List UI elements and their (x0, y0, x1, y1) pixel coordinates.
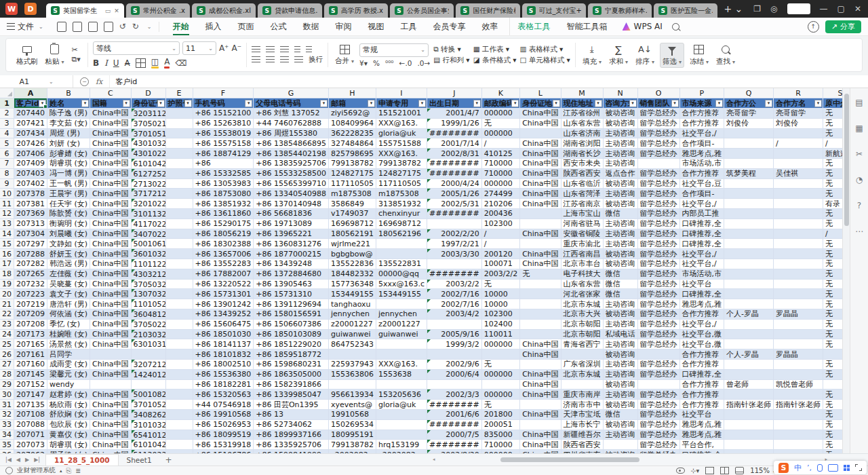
cell[interactable]: 内部员工推 (679, 209, 724, 219)
cell[interactable]: 2002/7/16 (427, 299, 482, 309)
cell[interactable]: XXX@163. (376, 149, 427, 159)
cell[interactable]: hrq153199 (376, 440, 427, 450)
header-cell[interactable]: 出生日期▾ (427, 98, 482, 109)
cell[interactable]: 被动咨询 (603, 259, 637, 269)
cell[interactable]: 罗晶晶 (774, 349, 823, 360)
cell[interactable]: 710000 (481, 159, 519, 169)
filter-button[interactable]: ▾ (511, 100, 519, 107)
cell[interactable]: 山东省东营 (561, 279, 603, 289)
cell[interactable]: +86 1850103089 (254, 329, 329, 339)
row-header[interactable]: 26 (0, 349, 14, 360)
cell[interactable] (774, 440, 823, 450)
cell[interactable]: 舒妍玉 (女) (47, 249, 90, 259)
cell[interactable]: 630103199903020823 (131, 339, 165, 349)
cell[interactable]: 207223 (14, 289, 47, 299)
cell[interactable]: 825798695 (328, 149, 376, 159)
cell[interactable]: 207313 (14, 218, 47, 229)
column-header[interactable]: M (561, 88, 603, 98)
cell[interactable]: 无 (823, 178, 842, 189)
cell[interactable]: China中国 (520, 199, 561, 209)
cell[interactable]: 201800 (481, 410, 519, 420)
close-tab-icon[interactable]: ✕ (114, 7, 119, 14)
cell[interactable]: 180562196 (376, 229, 427, 239)
filter-button[interactable]: 筛选▾ (660, 43, 684, 68)
cell[interactable]: 被动咨询 (603, 400, 637, 410)
cell[interactable]: 无 (481, 360, 519, 370)
row-header[interactable]: 25 (0, 339, 14, 349)
file-tab[interactable]: S公务员国企事业单位 (390, 3, 454, 18)
cell[interactable]: jennychen (328, 309, 376, 320)
cell[interactable] (165, 209, 193, 219)
cell[interactable] (774, 430, 823, 440)
column-header[interactable]: S (823, 88, 842, 98)
cell[interactable] (724, 178, 774, 189)
cell[interactable]: +44 7460762888 (254, 118, 329, 128)
cell[interactable]: 2002/5/31 (427, 199, 482, 209)
cell[interactable]: XXX@163. (376, 118, 427, 128)
cell[interactable] (427, 349, 482, 360)
cell[interactable] (165, 218, 193, 229)
row-header[interactable]: 30 (0, 390, 14, 400)
row-header[interactable]: 12 (0, 209, 14, 219)
copy-doc-icon[interactable] (104, 22, 113, 32)
print-icon[interactable] (88, 22, 98, 32)
cell[interactable]: 155751588 (376, 138, 427, 149)
cell[interactable]: +86 18302388 (193, 239, 254, 249)
cell[interactable]: 无 (823, 159, 842, 169)
cell[interactable]: 124827175 (328, 168, 376, 178)
cell[interactable]: China中国 (90, 178, 131, 189)
cell[interactable]: 雅思考点,雅 (679, 419, 724, 430)
cell[interactable]: 108409964 (328, 118, 376, 128)
merge-cells-button[interactable]: 合并▾ (333, 44, 356, 66)
menu-tab[interactable]: 视图 (360, 18, 393, 35)
cell[interactable]: +86 13851932 (193, 199, 254, 209)
cell[interactable]: +86 18099519 (193, 430, 254, 440)
cell[interactable]: 310103200212255069 (131, 419, 165, 430)
cell[interactable]: 上海市长宁 (561, 419, 603, 430)
cell[interactable]: 2001/4/7 (427, 109, 482, 119)
cell[interactable]: +86 1391129694 (254, 299, 329, 309)
row-header[interactable]: 6 (0, 149, 14, 159)
row-header[interactable]: 35 (0, 440, 14, 450)
cell[interactable]: 有录 (823, 199, 842, 209)
cell[interactable]: +86 1877000215 (254, 249, 329, 259)
cell[interactable] (774, 199, 823, 209)
column-header[interactable]: C (90, 88, 131, 98)
cell[interactable]: z20001227 (328, 319, 376, 329)
align-center-icon[interactable] (266, 56, 275, 63)
cell[interactable]: China中国 (90, 259, 131, 269)
cell[interactable]: 313851932 (376, 199, 427, 209)
cell[interactable]: 207440 (14, 109, 47, 119)
cell[interactable]: 刘俊伶 (774, 118, 823, 128)
header-cell[interactable]: 身份证号▾ (131, 98, 165, 109)
cell[interactable]: 北京市东城 (561, 369, 603, 379)
cell[interactable]: 无 (823, 289, 842, 299)
cell[interactable]: 合作方推荐 (679, 400, 724, 410)
cell[interactable]: +86 周煜155380 (254, 128, 329, 138)
cell[interactable]: 207434 (14, 128, 47, 138)
filter-button[interactable]: ▾ (715, 100, 723, 107)
cell[interactable]: bgbgbow@ (328, 249, 376, 259)
select-all-corner[interactable] (0, 88, 14, 98)
cell[interactable]: 无 (823, 279, 842, 289)
cell[interactable]: China中国 (520, 109, 561, 119)
menu-tab[interactable]: 会员专享 (425, 18, 474, 35)
column-header[interactable]: J (427, 88, 482, 98)
cell[interactable]: China中国 (90, 109, 131, 119)
find-button[interactable]: 查找▾ (714, 43, 737, 67)
cell[interactable]: 370105199411221118 (131, 128, 165, 138)
cell[interactable]: 无 (823, 419, 842, 430)
row-header[interactable]: 13 (0, 218, 14, 229)
cell[interactable]: +86 1582391866 (254, 379, 329, 390)
currency-button[interactable]: ¥▾ (359, 59, 368, 67)
cell[interactable]: 207304 (14, 229, 47, 239)
cell[interactable] (520, 309, 561, 320)
cell[interactable]: 主动咨询 (603, 128, 637, 138)
row-header[interactable]: 17 (0, 259, 14, 269)
cell[interactable]: 任天宇 (女) (47, 199, 90, 209)
cell[interactable] (165, 269, 193, 279)
cell[interactable] (165, 289, 193, 299)
cell[interactable]: 留学总经办 (637, 199, 679, 209)
workspace-icon[interactable]: ❐ (753, 4, 761, 14)
cell[interactable] (165, 329, 193, 339)
